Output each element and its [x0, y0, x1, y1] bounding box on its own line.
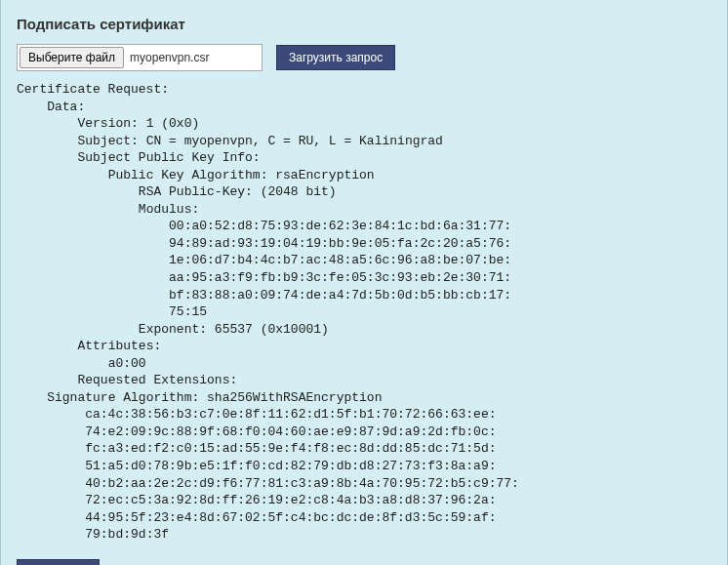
page-title: Подписать сертификат [17, 16, 711, 32]
file-choose-button[interactable]: Выберите файл [20, 47, 124, 68]
load-request-button[interactable]: Загрузить запрос [276, 45, 395, 70]
file-selected-name: myopenvpn.csr [126, 51, 209, 64]
upload-row: Выберите файл myopenvpn.csr Загрузить за… [17, 44, 711, 71]
sign-certificate-panel: Подписать сертификат Выберите файл myope… [0, 0, 728, 565]
file-chooser[interactable]: Выберите файл myopenvpn.csr [17, 44, 263, 71]
certificate-request-text: Certificate Request: Data: Version: 1 (0… [17, 81, 711, 544]
sign-button[interactable]: Подписать [17, 559, 100, 565]
